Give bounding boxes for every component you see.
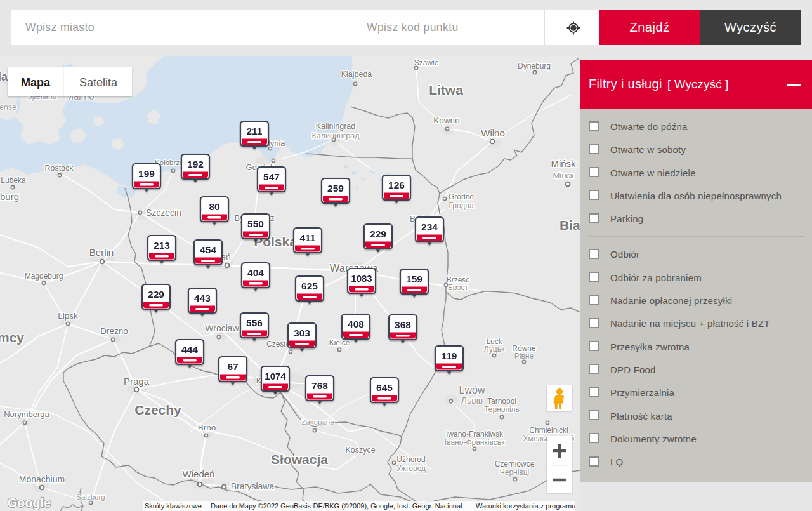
svg-text:Iwano-Frankiwsk: Iwano-Frankiwsk [446,430,504,439]
svg-text:411: 411 [299,232,315,243]
svg-text:Grodno: Grodno [449,192,474,201]
svg-text:Wilno: Wilno [481,128,505,138]
svg-text:Тернопіль: Тернопіль [484,405,520,414]
svg-text:550: 550 [247,218,264,229]
svg-text:Czerniowce: Czerniowce [495,460,535,468]
svg-text:Dane do Mapy ©2022 GeoBasis-DE: Dane do Mapy ©2022 GeoBasis-DE/BKG (©200… [211,502,462,510]
svg-text:159: 159 [406,274,422,284]
svg-text:Dania: Dania [0,70,8,83]
svg-text:443: 443 [194,293,211,303]
svg-text:213: 213 [154,240,170,251]
svg-text:Warunki korzystania z programu: Warunki korzystania z programu [476,502,575,510]
svg-text:Чернівці: Чернівці [500,468,530,477]
svg-text:556: 556 [246,317,263,328]
svg-text:Zakopane: Zakopane [301,418,334,426]
svg-text:303: 303 [294,328,310,338]
svg-text:Львів: Львів [461,395,483,406]
svg-text:Magdeburg: Magdeburg [25,272,63,281]
svg-text:Słowacja: Słowacja [271,452,328,467]
svg-text:645: 645 [376,382,393,393]
svg-text:Ужгород: Ужгород [396,464,426,473]
svg-text:Koszyce: Koszyce [345,446,375,455]
svg-text:Czechy: Czechy [134,402,181,417]
svg-text:Kaliningrad: Kaliningrad [316,122,356,131]
svg-text:Użhorod: Użhorod [396,455,425,464]
svg-text:Berlin: Berlin [89,247,114,258]
svg-text:229: 229 [148,289,164,300]
svg-text:404: 404 [247,267,264,278]
svg-text:Калининград: Калининград [311,131,360,140]
svg-text:119: 119 [441,350,457,361]
svg-text:Chmielnicki: Chmielnicki [529,426,568,435]
svg-text:Dyneburg: Dyneburg [518,62,551,70]
svg-text:Praga: Praga [124,376,150,387]
svg-text:Brno: Brno [198,423,216,432]
svg-text:368: 368 [395,319,411,330]
svg-text:Гродна: Гродна [449,201,474,210]
svg-text:Mińsk: Mińsk [551,158,576,169]
svg-text:408: 408 [348,319,364,329]
svg-text:80: 80 [209,201,219,212]
svg-text:Rostock: Rostock [44,164,74,173]
svg-text:Lubeka: Lubeka [1,176,26,185]
svg-text:Hamburg: Hamburg [0,191,19,202]
svg-text:1083: 1083 [351,273,372,284]
svg-text:Odense: Odense [0,103,16,112]
svg-text:Lipsk: Lipsk [58,311,78,321]
svg-text:Tarnopol: Tarnopol [487,397,516,406]
svg-text:234: 234 [421,222,438,232]
svg-text:Луцьк: Луцьк [484,345,505,354]
svg-text:Рівне: Рівне [514,352,534,361]
svg-text:Брэст: Брэст [448,283,469,292]
svg-text:229: 229 [370,229,386,239]
svg-text:Szawle: Szawle [414,58,439,67]
svg-text:199: 199 [138,168,155,179]
svg-text:547: 547 [263,171,280,182]
svg-text:126: 126 [388,180,405,190]
svg-text:Bratysława: Bratysława [231,481,275,491]
svg-text:Niemcy: Niemcy [0,330,24,345]
svg-text:Monachium: Monachium [19,474,65,484]
svg-text:Mapa: Mapa [21,76,51,89]
svg-text:211: 211 [246,126,262,136]
svg-text:259: 259 [327,183,344,194]
svg-text:Google: Google [8,496,51,510]
svg-text:Мінск: Мінск [553,171,573,180]
svg-text:Salzburg: Salzburg [76,493,105,501]
svg-text:67: 67 [227,361,238,372]
svg-text:Szczecin: Szczecin [146,208,181,218]
svg-text:625: 625 [301,281,318,291]
svg-text:454: 454 [200,244,216,255]
svg-text:Wrocław: Wrocław [205,323,239,333]
svg-text:Norymberga: Norymberga [4,409,49,419]
svg-text:Drezno: Drezno [100,326,128,336]
svg-text:Kowno: Kowno [433,116,459,125]
svg-text:192: 192 [187,159,204,169]
svg-text:1074: 1074 [265,371,286,382]
svg-text:Kłajpeda: Kłajpeda [341,70,372,79]
svg-text:Івано-Франківськ: Івано-Франківськ [445,438,505,447]
svg-text:Białoruś: Białoruś [560,218,580,232]
svg-text:Litwa: Litwa [429,83,463,97]
svg-text:444: 444 [181,344,198,355]
svg-text:Satelita: Satelita [79,76,118,89]
svg-text:768: 768 [311,380,328,391]
svg-text:Wiedeń: Wiedeń [183,468,215,479]
svg-text:Lwów: Lwów [459,385,485,395]
svg-text:Skróty klawiszowe: Skróty klawiszowe [145,502,202,510]
